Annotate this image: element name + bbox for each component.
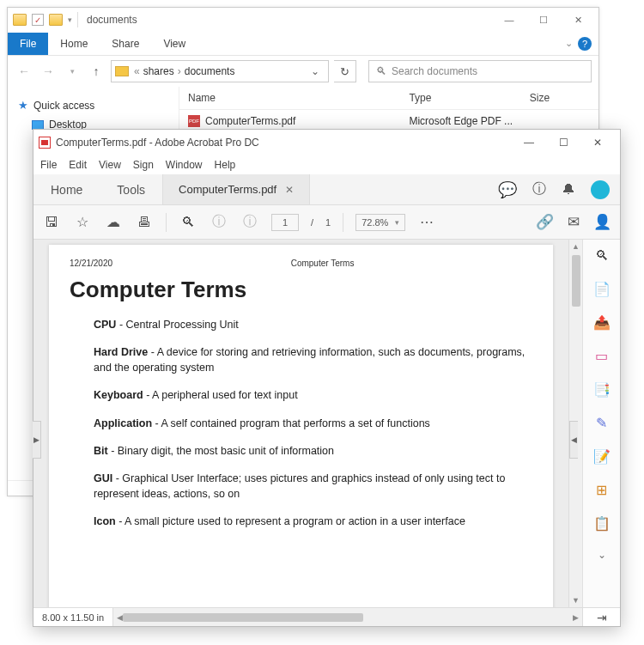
save-button[interactable]: 🖫 [42,215,61,230]
search-tool-icon[interactable]: 🔍︎ [595,248,609,264]
scroll-right-button[interactable]: ▶ [573,613,579,622]
organize-icon[interactable]: 📑 [593,381,611,398]
add-person-button[interactable]: 👤 [593,213,611,231]
help-icon[interactable]: ? [578,37,592,51]
print-button[interactable]: 🖶 [135,215,154,230]
maximize-button[interactable]: ☐ [546,130,580,155]
column-headers[interactable]: Name Type Size [179,87,598,110]
close-button[interactable]: ✕ [580,130,615,155]
scroll-up-button[interactable]: ▲ [569,240,582,253]
ribbon-home-tab[interactable]: Home [48,33,100,55]
ribbon-share-tab[interactable]: Share [100,33,151,55]
document-viewport[interactable]: 12/21/2020 Computer Terms Computer Terms… [33,240,568,607]
menu-window[interactable]: Window [166,159,203,171]
close-button[interactable]: ✕ [561,8,595,32]
ribbon-file-tab[interactable]: File [8,33,48,55]
star-button[interactable]: ☆ [73,214,92,230]
address-dropdown-icon[interactable]: ⌄ [306,65,325,77]
pdf-app-icon [39,137,51,149]
tab-close-icon[interactable]: ✕ [285,184,294,196]
ribbon-expand-icon[interactable]: ⌄ [565,38,573,49]
address-bar[interactable]: « shares › documents ⌄ [111,60,329,82]
more-tools-icon[interactable]: 📋 [593,515,611,532]
col-size[interactable]: Size [530,92,590,104]
avatar[interactable] [591,180,610,199]
scroll-left-button[interactable]: ◀ [117,613,123,622]
folder-open-icon[interactable] [49,14,63,26]
notification-icon[interactable]: 💬 [498,180,517,199]
send-comments-icon[interactable]: 📝 [593,448,611,465]
acrobat-statusbar: 8.00 x 11.50 in ◀ ▶ ⇥ [33,607,620,626]
minimize-button[interactable]: — [492,8,526,32]
col-name[interactable]: Name [188,92,409,104]
search-icon: 🔍︎ [376,65,386,77]
zoom-dropdown[interactable]: 72.8% ▾ [355,214,405,231]
menu-view[interactable]: View [99,159,121,171]
breadcrumb-item[interactable]: documents [183,65,237,77]
nav-forward-button[interactable]: → [39,62,58,81]
file-type: Microsoft Edge PDF ... [409,115,529,127]
right-panel-expand-handle[interactable]: ◀ [569,421,578,459]
term-item: CPU - Central Processing Unit [94,317,532,332]
tools-sidebar: 🔍︎ 📄 📤 ▭ 📑 ✎ 📝 ⊞ 📋 ⌄ [582,240,620,607]
ribbon-view-tab[interactable]: View [151,33,197,55]
nav-up-button[interactable]: ↑ [87,62,106,81]
minimize-button[interactable]: — [512,130,546,155]
cloud-button[interactable]: ☁ [104,214,123,230]
breadcrumb-root[interactable]: « [134,65,140,77]
window-title: ComputerTerms.pdf - Adobe Acrobat Pro DC [56,137,259,149]
collapse-sidebar-button[interactable]: ⇥ [582,608,620,626]
desktop-icon [32,120,44,130]
menu-help[interactable]: Help [215,159,236,171]
refresh-button[interactable]: ↻ [334,60,356,82]
chevron-right-icon[interactable]: › [178,65,181,77]
menu-sign[interactable]: Sign [133,159,154,171]
tree-quick-access[interactable]: ★ Quick access [8,95,179,115]
nav-back-button[interactable]: ← [15,62,33,81]
page-number-input[interactable]: 1 [271,214,299,231]
search-input[interactable]: 🔍︎ Search documents [368,60,592,82]
tab-home[interactable]: Home [33,174,100,204]
explorer-navbar: ← → ▾ ↑ « shares › documents ⌄ ↻ 🔍︎ Sear… [8,56,598,87]
page-down-button[interactable]: ⓘ [240,213,259,231]
tab-tools[interactable]: Tools [100,174,162,204]
email-button[interactable]: ✉ [568,213,580,231]
col-type[interactable]: Type [409,92,529,104]
doc-header-center: Computer Terms [291,259,355,268]
tab-document[interactable]: ComputerTerms.pdf ✕ [162,174,310,204]
create-pdf-icon[interactable]: 📄 [593,281,611,297]
qat-properties-icon[interactable]: ✓ [32,14,44,26]
pdf-icon: PDF [188,115,200,127]
bell-icon[interactable]: 🔔︎ [562,182,575,198]
left-panel-expand-handle[interactable]: ▶ [33,421,41,459]
qat-dropdown-icon[interactable]: ▾ [68,15,72,24]
breadcrumb-item[interactable]: shares [142,65,176,77]
scroll-thumb[interactable] [123,613,363,622]
maximize-button[interactable]: ☐ [526,8,561,32]
menu-edit[interactable]: Edit [69,159,87,171]
scroll-thumb[interactable] [572,255,580,307]
more-button[interactable]: ⋯ [417,214,436,230]
acrobat-window: ComputerTerms.pdf - Adobe Acrobat Pro DC… [33,129,621,627]
star-icon: ★ [18,99,28,112]
stamp-icon[interactable]: ⊞ [596,482,607,498]
chevron-down-icon: ▾ [395,215,399,230]
explorer-titlebar[interactable]: ✓ ▾ documents — ☐ ✕ [8,8,598,32]
horizontal-scrollbar[interactable]: ◀ ▶ [113,608,582,626]
nav-recent-dropdown[interactable]: ▾ [63,62,82,81]
acrobat-titlebar[interactable]: ComputerTerms.pdf - Adobe Acrobat Pro DC… [33,130,620,155]
expand-tools-icon[interactable]: ⌄ [598,549,606,561]
page-up-button[interactable]: ⓘ [210,213,228,231]
document-page: 12/21/2020 Computer Terms Computer Terms… [49,245,553,607]
export-pdf-icon[interactable]: 📤 [593,314,611,331]
sign-icon[interactable]: ✎ [596,415,607,431]
edit-pdf-icon[interactable]: ▭ [595,348,608,364]
menu-file[interactable]: File [40,159,57,171]
find-button[interactable]: 🔍︎ [179,215,197,230]
help-icon[interactable]: ⓘ [532,180,546,198]
page-separator: / [311,217,313,228]
scroll-down-button[interactable]: ▼ [569,593,582,607]
term-item: Application - A self contained program t… [94,416,532,431]
doc-title: Computer Terms [70,277,532,303]
share-link-button[interactable]: 🔗 [536,213,554,231]
